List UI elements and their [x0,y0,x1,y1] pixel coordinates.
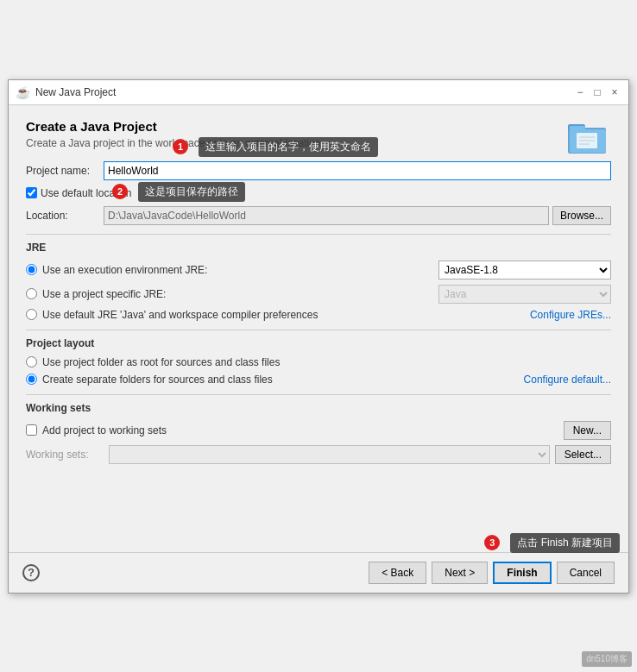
title-bar-controls: − □ × [573,85,621,99]
working-sets-select[interactable] [109,445,550,464]
project-name-label: Project name: [26,165,104,177]
jre-default-label[interactable]: Use default JRE 'Java' and workspace com… [42,309,530,321]
watermark: dn510博客 [582,651,632,667]
window-title: New Java Project [35,86,568,98]
new-working-set-button[interactable]: New... [564,421,611,440]
maximize-button[interactable]: □ [590,85,604,99]
callout-3-wrap: 3 点击 Finish 新建项目 [484,533,620,553]
window-icon: ☕ [16,85,30,99]
dialog-window: ☕ New Java Project − □ × [8,79,629,593]
cancel-button[interactable]: Cancel [557,562,615,584]
jre-specific-label[interactable]: Use a project specific JRE: [42,288,433,300]
project-layout-section-title: Project layout [26,337,611,349]
title-bar: ☕ New Java Project − □ × [9,80,628,105]
layout-separate-label[interactable]: Create separate folders for sources and … [42,374,524,386]
layout-option1-row: Use project folder as root for sources a… [26,356,611,368]
use-default-checkbox[interactable] [26,187,37,198]
add-working-sets-checkbox[interactable] [26,424,37,436]
configure-jres-link[interactable]: Configure JREs... [530,309,611,321]
next-button[interactable]: Next > [432,562,488,584]
jre-specific-select[interactable]: Java [438,285,611,304]
help-button[interactable]: ? [22,564,40,581]
jre-specific-radio[interactable] [26,288,37,299]
jre-env-radio[interactable] [26,264,37,275]
configure-default-link[interactable]: Configure default... [524,374,611,386]
browse-button[interactable]: Browse... [552,206,611,225]
jre-default-radio[interactable] [26,309,37,320]
location-label: Location: [26,210,104,222]
jre-section-title: JRE [26,242,611,254]
page-title: Create a Java Project [26,119,611,134]
layout-separate-radio[interactable] [26,374,37,385]
finish-button[interactable]: Finish [493,562,551,584]
minimize-button[interactable]: − [573,85,587,99]
jre-option1-row: Use an execution environment JRE: JavaSE… [26,261,611,279]
callout-tip-3: 点击 Finish 新建项目 [510,533,620,553]
bottom-bar: 3 点击 Finish 新建项目 ? < Back Next > Finish … [9,552,628,593]
folder-icon [568,119,611,158]
project-name-input[interactable] [104,161,611,180]
jre-option2-row: Use a project specific JRE: Java [26,285,611,304]
callout-tip-1: 这里输入项目的名字，使用英文命名 [199,137,378,157]
jre-env-label[interactable]: Use an execution environment JRE: [42,264,433,276]
working-sets-label: Working sets: [26,449,104,461]
working-sets-section-title: Working sets [26,402,611,414]
close-button[interactable]: × [608,85,621,99]
add-working-sets-row: Add project to working sets New... [26,421,611,440]
add-working-sets-label[interactable]: Add project to working sets [42,424,558,436]
layout-option2-row: Create separate folders for sources and … [26,374,611,386]
svg-rect-3 [570,126,585,131]
select-working-set-button[interactable]: Select... [555,445,611,464]
back-button[interactable]: < Back [369,562,426,584]
working-sets-select-row: Working sets: Select... [26,445,611,464]
jre-env-select[interactable]: JavaSE-1.8 [438,261,611,279]
callout-badge-1: 1 [173,139,188,154]
layout-root-label[interactable]: Use project folder as root for sources a… [42,356,611,368]
callout-badge-2: 2 [112,184,128,199]
callout-badge-3: 3 [484,535,500,550]
location-input[interactable] [104,206,549,225]
layout-root-radio[interactable] [26,356,37,367]
callout-tip-2: 这是项目保存的路径 [138,182,245,202]
jre-option3-row: Use default JRE 'Java' and workspace com… [26,309,611,321]
dialog-content: Create a Java Project Create a Java proj… [9,105,628,483]
